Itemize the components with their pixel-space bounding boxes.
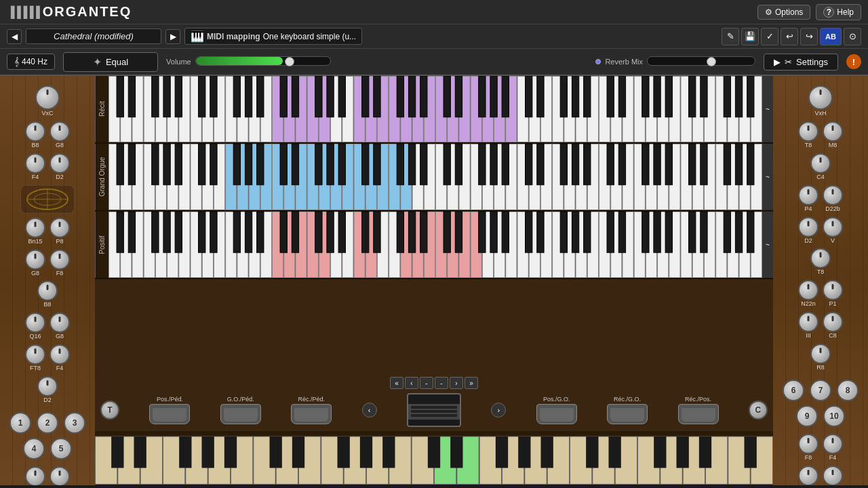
reverb-slider[interactable]	[647, 56, 755, 67]
g8-knob-3[interactable]	[50, 312, 70, 333]
rec-pos-coupler[interactable]	[678, 404, 719, 424]
g8-knob-2[interactable]	[25, 249, 45, 270]
undo-icon-button[interactable]: ↩	[781, 28, 798, 45]
num-1-button[interactable]: 1	[9, 412, 31, 434]
b8-knob-2[interactable]	[37, 281, 58, 301]
d2-knob-1[interactable]	[50, 153, 70, 174]
pos-canvas[interactable]	[108, 211, 762, 278]
positif-keys-container[interactable]	[108, 211, 762, 278]
p16-knob[interactable]	[25, 466, 45, 485]
t8-knob-3[interactable]	[823, 466, 843, 485]
prev-preset-button[interactable]: ◀	[7, 29, 22, 44]
go-canvas[interactable]	[108, 144, 762, 210]
p1-knob[interactable]	[823, 280, 843, 300]
p8-knob-1[interactable]	[50, 218, 70, 238]
p4-knob[interactable]	[798, 185, 818, 205]
swell-left-arrow[interactable]: ‹	[362, 403, 377, 418]
swell-nav-minus2[interactable]: -	[435, 377, 448, 389]
d2-knob-r[interactable]	[798, 217, 818, 237]
d2-knob-2[interactable]	[37, 376, 58, 396]
go-ped-coupler[interactable]	[220, 404, 261, 424]
c-button[interactable]: C	[749, 401, 768, 420]
grand-orgue-keys-container[interactable]	[108, 144, 762, 210]
pedal-canvas[interactable]	[95, 431, 773, 485]
pedal-area[interactable]	[95, 431, 773, 485]
preset-name[interactable]: Cathedral (modified)	[26, 28, 161, 44]
next-preset-button[interactable]: ▶	[165, 29, 180, 44]
g8-knob-1[interactable]	[50, 121, 70, 142]
swell-nav-minus1[interactable]: -	[420, 377, 433, 389]
tuning-button[interactable]: ✦ Equal	[63, 52, 158, 72]
vxc-knob[interactable]	[35, 85, 60, 110]
redo-icon-button[interactable]: ↪	[800, 28, 818, 45]
num-4-button[interactable]: 4	[23, 438, 45, 460]
num-5-button[interactable]: 5	[50, 438, 72, 460]
bottom-controls: « ‹ - - › » T Pos./Péd.	[95, 373, 773, 431]
rec-go-coupler[interactable]	[607, 404, 648, 424]
settings-button[interactable]: ▶ ✂ Settings	[764, 54, 838, 70]
num-3-button[interactable]: 3	[64, 412, 85, 434]
vxh-knob[interactable]	[808, 85, 833, 110]
f4-knob-r[interactable]	[823, 434, 843, 454]
r8-knob[interactable]	[810, 344, 831, 364]
go-scroll-btn[interactable]: ~	[762, 144, 773, 210]
c8-knob[interactable]	[823, 312, 843, 332]
q16-knob[interactable]	[25, 312, 45, 333]
num-7-button[interactable]: 7	[810, 380, 831, 401]
f4-knob-2[interactable]	[50, 344, 70, 365]
n22n-knob[interactable]	[798, 280, 818, 300]
swell-box[interactable]	[407, 393, 461, 427]
bn15-knob[interactable]	[25, 218, 45, 238]
t8-knob-2[interactable]	[810, 248, 831, 268]
num-6-button[interactable]: 6	[783, 380, 804, 401]
iii-knob[interactable]	[798, 312, 818, 332]
compare-icon-button[interactable]: ⊙	[844, 28, 861, 45]
check-icon-button[interactable]: ✓	[761, 28, 778, 45]
volume-slider[interactable]	[195, 56, 344, 67]
recit-canvas[interactable]	[108, 76, 762, 142]
hz-button[interactable]: 𝄞 440 Hz	[7, 54, 55, 70]
recit-keyboard[interactable]: Each white key ~12.69px wide	[108, 76, 762, 142]
edit-icon-button[interactable]: ✎	[722, 28, 739, 45]
swell-nav-next[interactable]: ›	[450, 377, 463, 389]
v-knob[interactable]	[823, 217, 843, 237]
t8-knob-1[interactable]	[798, 121, 818, 142]
pos-ped-coupler[interactable]	[149, 404, 190, 424]
bn16-knob[interactable]	[50, 466, 70, 485]
midi-mapping-section[interactable]: 🎹 MIDI mapping One keyboard simple (u...	[184, 28, 362, 45]
help-button[interactable]: ? Help	[816, 4, 861, 20]
num-9-button[interactable]: 9	[796, 405, 818, 427]
swell-right-arrow[interactable]: ›	[491, 403, 506, 418]
save-icon-button[interactable]: 💾	[741, 28, 759, 45]
recit-keys-container[interactable]	[108, 76, 762, 142]
ft8-knob[interactable]	[25, 344, 45, 365]
num-8-button[interactable]: 8	[837, 380, 859, 401]
grand-orgue-label: Grand Orgue	[95, 144, 108, 210]
swell-nav-dbl-next[interactable]: »	[465, 377, 478, 389]
grand-orgue-keyboard[interactable]	[108, 144, 762, 210]
pos-go-coupler[interactable]	[536, 404, 577, 424]
options-button[interactable]: ⚙ Options	[757, 5, 810, 20]
num-2-button[interactable]: 2	[37, 412, 58, 434]
f8-knob-r[interactable]	[798, 434, 818, 454]
swell-nav-dbl-prev[interactable]: «	[390, 377, 403, 389]
info-button[interactable]: !	[846, 54, 861, 69]
play-icon: ▶	[774, 57, 781, 67]
b16-knob[interactable]	[798, 466, 818, 485]
m8-knob[interactable]	[823, 121, 843, 142]
positif-keyboard[interactable]	[108, 211, 762, 278]
swell-nav-prev[interactable]: ‹	[405, 377, 418, 389]
f8-knob-1[interactable]	[50, 249, 70, 270]
d22b-knob[interactable]	[823, 185, 843, 205]
t-button[interactable]: T	[100, 401, 119, 420]
c4-knob-1[interactable]	[810, 153, 831, 174]
pos-scroll-btn[interactable]: ~	[762, 211, 773, 278]
recit-scroll-btn[interactable]: ~	[762, 76, 773, 142]
ab-button[interactable]: AB	[820, 28, 842, 45]
num-10-button[interactable]: 10	[823, 405, 845, 427]
svg-point-1	[34, 193, 61, 205]
toolbar-icons: ✎ 💾 ✓ ↩ ↪ AB ⊙	[722, 28, 861, 45]
rec-ped-coupler[interactable]	[291, 404, 332, 424]
f4-knob-1[interactable]	[25, 153, 45, 174]
b8-knob-1[interactable]	[25, 121, 45, 142]
